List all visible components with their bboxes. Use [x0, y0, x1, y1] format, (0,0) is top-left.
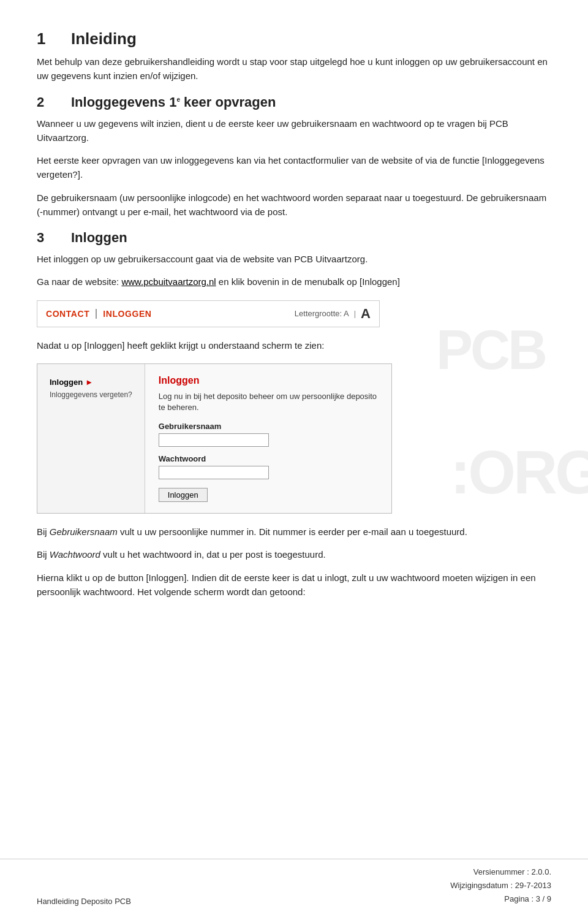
- letter-pipe: |: [354, 309, 356, 318]
- section-3-number: 3: [37, 230, 56, 246]
- login-left-panel: Inloggen ► Inloggegevens vergeten?: [37, 364, 145, 513]
- section-2: 2 Inloggegevens 1e keer opvragen Wanneer…: [37, 94, 551, 219]
- section-1-heading: 1 Inleiding: [37, 29, 551, 48]
- section-2-para-2: Het eerste keer opvragen van uw inloggeg…: [37, 153, 551, 182]
- after-login-para-3: Hierna klikt u op de button [Inloggen]. …: [37, 571, 551, 599]
- section-1: 1 Inleiding Met behulp van deze gebruike…: [37, 29, 551, 83]
- after-login-para-2: Bij Wachtwoord vult u het wachtwoord in,…: [37, 547, 551, 561]
- after-link-text: en klik bovenin in de menubalk op [Inlog…: [216, 276, 400, 287]
- login-right-panel: Inloggen Log nu in bij het deposito behe…: [145, 364, 391, 513]
- footer-pagina: Pagina : 3 / 9: [450, 892, 551, 906]
- section-3-heading: 3 Inloggen: [37, 230, 551, 246]
- wijzigingsdatum-label: Wijzigingsdatum: [450, 881, 508, 890]
- section-3: 3 Inloggen Het inloggen op uw gebruikers…: [37, 230, 551, 289]
- footer-wijzigingsdatum: Wijzigingsdatum : 29-7-2013: [450, 879, 551, 892]
- login-form-title: Inloggen: [159, 375, 378, 386]
- superscript-e: e: [176, 96, 180, 102]
- after-navbar-text: Nadat u op [Inloggen] heeft geklikt krij…: [37, 338, 551, 352]
- section-2-heading: 2 Inloggegevens 1e keer opvragen: [37, 94, 551, 110]
- gebruikersnaam-input[interactable]: [159, 433, 269, 447]
- section-2-para-3: De gebruikersnaam (uw persoonlijke inlog…: [37, 191, 551, 219]
- wachtwoord-input[interactable]: [159, 466, 269, 479]
- wijzigingsdatum-value: : 29-7-2013: [511, 881, 552, 890]
- pagina-value: : 3 / 9: [531, 894, 551, 903]
- inloggen-button[interactable]: Inloggen: [159, 488, 208, 502]
- wachtwoord-italic: Wachtwoord: [50, 549, 100, 560]
- section-1-title: Inleiding: [71, 29, 137, 48]
- login-left-button[interactable]: Inloggen ►: [50, 378, 93, 387]
- section-3-title: Inloggen: [71, 230, 127, 246]
- navbar-screenshot: CONTACT INLOGGEN Lettergrootte: A | A: [37, 300, 380, 327]
- footer-versienummer: Versienummer : 2.0.0.: [450, 865, 551, 879]
- section-3-para-2: Ga naar de website: www.pcbuitvaartzorg.…: [37, 275, 551, 289]
- navbar-screenshot-wrapper: CONTACT INLOGGEN Lettergrootte: A | A PC…: [37, 300, 551, 327]
- website-link[interactable]: www.pcbuitvaartzorg.nl: [121, 276, 216, 287]
- section-1-para-1: Met behulp van deze gebruikershandleidin…: [37, 55, 551, 83]
- versienummer-value: : 2.0.0.: [527, 867, 551, 876]
- pagina-label: Pagina: [504, 894, 529, 903]
- gebruikersnaam-italic: Gebruikersnaam: [50, 526, 118, 537]
- gebruikersnaam-label: Gebruikersnaam: [159, 422, 378, 431]
- org-watermark: :ORG: [450, 437, 588, 507]
- footer: Handleiding Deposito PCB Versienummer : …: [0, 859, 588, 912]
- section-2-title: Inloggegevens 1e keer opvragen: [71, 94, 276, 110]
- versienummer-label: Versienummer: [473, 867, 525, 876]
- section-2-number: 2: [37, 94, 56, 110]
- login-btn-label: Inloggen: [50, 378, 83, 387]
- login-screenshot: Inloggen ► Inloggegevens vergeten? Inlog…: [37, 363, 392, 514]
- after-login-para-1: Bij Gebruikersnaam vult u uw persoonlijk…: [37, 525, 551, 539]
- navbar-lettergrootte: Lettergrootte: A | A: [295, 306, 371, 322]
- section-1-number: 1: [37, 29, 56, 48]
- navbar-contact[interactable]: CONTACT: [46, 309, 97, 319]
- footer-left: Handleiding Deposito PCB: [37, 897, 131, 906]
- wachtwoord-label: Wachtwoord: [159, 454, 378, 463]
- login-arrow-icon: ►: [85, 378, 93, 387]
- footer-right: Versienummer : 2.0.0. Wijzigingsdatum : …: [450, 865, 551, 906]
- login-forgot-link[interactable]: Inloggegevens vergeten?: [50, 390, 132, 399]
- letter-a-large[interactable]: A: [361, 306, 371, 322]
- section-3-para-1: Het inloggen op uw gebruikersaccount gaa…: [37, 252, 551, 266]
- lettergrootte-label: Lettergrootte: A: [295, 309, 349, 318]
- login-form-description: Log nu in bij het deposito beheer om uw …: [159, 391, 378, 413]
- navbar-inloggen[interactable]: INLOGGEN: [103, 309, 151, 319]
- section-2-para-1: Wanneer u uw gegevens wilt inzien, dient…: [37, 116, 551, 145]
